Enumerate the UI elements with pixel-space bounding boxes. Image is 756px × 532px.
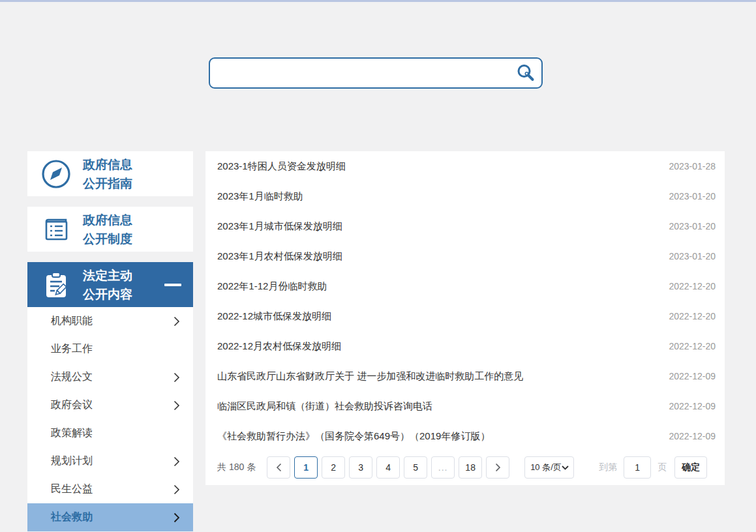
page-top-accent-line: [0, 0, 756, 2]
article-date: 2022-12-09: [669, 371, 716, 381]
sidebar-item-label: 政策解读: [51, 426, 93, 440]
chevron-right-icon: [174, 316, 180, 327]
list-item: 临淄区民政局和镇（街道）社会救助投诉咨询电话 2022-12-09: [217, 391, 716, 421]
article-link[interactable]: 2023年1月临时救助: [217, 190, 303, 203]
sidebar-item-zhengcejiedu[interactable]: 政策解读: [27, 419, 193, 447]
sidebar-item-jigouzhineng[interactable]: 机构职能: [27, 307, 193, 335]
sidebar-card-label: 政府信息 公开指南: [83, 155, 132, 193]
sidebar-submenu: 机构职能 业务工作 法规公文 政府会议 政策解读 规划计划 民生公益 社会救助: [27, 307, 193, 531]
article-date: 2022-12-09: [669, 431, 716, 441]
article-date: 2022-12-20: [669, 281, 716, 291]
sidebar-item-faguigongwen[interactable]: 法规公文: [27, 363, 193, 391]
article-link[interactable]: 2022年1-12月份临时救助: [217, 280, 327, 293]
pagination-ellipsis[interactable]: ...: [431, 456, 455, 479]
chevron-right-icon: [174, 372, 180, 383]
page-size-select[interactable]: 10 条/页: [524, 456, 574, 479]
list-item: 2022-12月农村低保发放明细 2022-12-20: [217, 331, 716, 361]
article-link[interactable]: 2022-12城市低保发放明细: [217, 310, 331, 323]
search-magnifier-icon: [516, 63, 536, 83]
article-link[interactable]: 《社会救助暂行办法》（国务院令第649号）（2019年修订版）: [217, 430, 490, 443]
sidebar-item-label: 法规公文: [51, 370, 93, 384]
chevron-right-icon: [174, 484, 180, 495]
chevron-right-icon: [174, 456, 180, 467]
sidebar-item-minshenggongyi[interactable]: 民生公益: [27, 475, 193, 503]
list-item: 2023年1月城市低保发放明细 2023-01-20: [217, 211, 716, 241]
sidebar-card-public-info-guide[interactable]: 政府信息 公开指南: [27, 151, 193, 196]
article-date: 2023-01-20: [669, 191, 716, 201]
sidebar-card-statutory-disclosure[interactable]: 法定主动 公开内容: [27, 262, 193, 307]
sidebar-item-zhengfuhuiyi[interactable]: 政府会议: [27, 391, 193, 419]
article-link[interactable]: 临淄区民政局和镇（街道）社会救助投诉咨询电话: [217, 400, 432, 413]
pagination-page-1[interactable]: 1: [294, 456, 318, 479]
sidebar: 政府信息 公开指南 政府信息 公开制度: [27, 151, 193, 531]
article-link[interactable]: 2022-12月农村低保发放明细: [217, 340, 341, 353]
search-box: [209, 57, 543, 89]
pagination-total: 共 180 条: [217, 462, 256, 473]
sidebar-card-public-info-system[interactable]: 政府信息 公开制度: [27, 207, 193, 252]
clipboard-pencil-icon: [40, 269, 72, 301]
sidebar-item-label: 政府会议: [51, 398, 93, 412]
list-item: 2023年1月临时救助 2023-01-20: [217, 181, 716, 211]
goto-prefix-label: 到第: [599, 462, 617, 473]
notebook-icon: [40, 214, 72, 245]
sidebar-item-label: 机构职能: [51, 314, 93, 328]
pagination-page-5[interactable]: 5: [404, 456, 427, 479]
page-size-value: 10 条/页: [530, 462, 562, 473]
compass-icon: [40, 158, 72, 190]
pagination-prev-button[interactable]: [267, 456, 290, 479]
list-item: 2023年1月农村低保发放明细 2023-01-20: [217, 241, 716, 271]
sidebar-card-label: 法定主动 公开内容: [83, 266, 132, 304]
pagination-page-2[interactable]: 2: [322, 456, 345, 479]
list-item: 2022年1-12月份临时救助 2022-12-20: [217, 271, 716, 301]
sidebar-item-label: 民生公益: [51, 482, 93, 496]
pagination-next-button[interactable]: [486, 456, 509, 479]
chevron-left-icon: [276, 463, 282, 472]
list-item: 2022-12城市低保发放明细 2022-12-20: [217, 301, 716, 331]
article-date: 2023-01-20: [669, 251, 716, 261]
article-date: 2022-12-20: [669, 311, 716, 321]
search-input[interactable]: [210, 59, 510, 87]
pagination-page-4[interactable]: 4: [376, 456, 400, 479]
list-item: 《社会救助暂行办法》（国务院令第649号）（2019年修订版） 2022-12-…: [217, 421, 716, 451]
sidebar-item-label: 社会救助: [51, 510, 93, 524]
sidebar-item-label: 规划计划: [51, 454, 93, 468]
article-list-panel: 2023-1特困人员资金发放明细 2023-01-28 2023年1月临时救助 …: [205, 151, 725, 485]
caret-down-icon: [562, 466, 569, 470]
pagination-bar: 共 180 条 1 2 3 4 5 ... 18 10 条/页 到第 页 确定: [217, 456, 716, 479]
sidebar-item-yewugongzuo[interactable]: 业务工作: [27, 335, 193, 363]
article-link[interactable]: 2023年1月农村低保发放明细: [217, 250, 342, 263]
article-date: 2022-12-20: [669, 341, 716, 351]
pagination-page-18[interactable]: 18: [459, 456, 482, 479]
list-item: 山东省民政厅山东省财政厅关于 进一步加强和改进临时救助工作的意见 2022-12…: [217, 361, 716, 391]
chevron-right-icon: [495, 463, 501, 472]
goto-page-input[interactable]: [624, 456, 651, 479]
chevron-right-icon: [174, 512, 180, 523]
list-item: 2023-1特困人员资金发放明细 2023-01-28: [217, 151, 716, 181]
minus-icon: [164, 284, 181, 286]
goto-confirm-button[interactable]: 确定: [674, 456, 707, 479]
article-link[interactable]: 山东省民政厅山东省财政厅关于 进一步加强和改进临时救助工作的意见: [217, 370, 523, 383]
article-date: 2023-01-20: [669, 221, 716, 231]
pagination-page-3[interactable]: 3: [349, 456, 372, 479]
sidebar-item-guihuajihua[interactable]: 规划计划: [27, 447, 193, 475]
sidebar-item-label: 业务工作: [51, 342, 93, 356]
sidebar-card-label: 政府信息 公开制度: [83, 211, 132, 248]
article-link[interactable]: 2023-1特困人员资金发放明细: [217, 160, 346, 173]
chevron-right-icon: [174, 400, 180, 411]
article-date: 2022-12-09: [669, 401, 716, 411]
article-link[interactable]: 2023年1月城市低保发放明细: [217, 220, 342, 233]
search-button[interactable]: [510, 59, 541, 87]
sidebar-item-shehuijiuzhu[interactable]: 社会救助: [27, 503, 193, 531]
article-date: 2023-01-28: [669, 161, 716, 171]
goto-page-group: 到第 页 确定: [599, 456, 707, 479]
goto-suffix-label: 页: [658, 462, 667, 473]
